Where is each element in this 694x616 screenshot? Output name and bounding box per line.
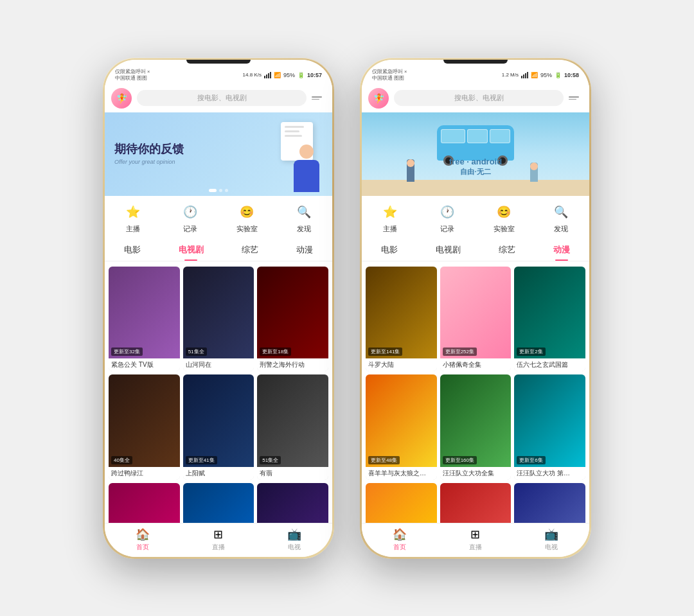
bottom-nav-item-直播[interactable]: ⊞ 直播 [212, 527, 225, 552]
card-badge: 51集全 [186, 348, 207, 356]
battery-level: 95% [283, 72, 295, 78]
nav-icon-1: ⊞ [213, 527, 223, 541]
quick-nav: ⭐ 主播 🕐 记录 😊 实验室 🔍 发现 [362, 196, 589, 238]
search-bar[interactable]: 搜电影、电视剧 [394, 90, 564, 106]
phone-left: 仅限紧急呼叫 × 中国联通 图图 14.8 K/s 📶 95% 🔋 10:57 … [103, 58, 334, 559]
tab-电视剧[interactable]: 电视剧 [429, 242, 467, 258]
card-background [366, 267, 437, 359]
content-card[interactable]: 更新至48集喜羊羊与灰太狼之… [366, 374, 437, 480]
banner[interactable]: 期待你的反馈 Offer your great opinion [105, 112, 332, 196]
tab-动漫[interactable]: 动漫 [290, 242, 319, 258]
banner[interactable]: free · android自由·无二 [362, 112, 589, 196]
tab-动漫[interactable]: 动漫 [547, 242, 576, 258]
content-card[interactable] [440, 483, 512, 522]
content-card[interactable]: 更新至2集伍六七之玄武国篇 [514, 267, 585, 372]
card-background [366, 483, 437, 522]
bottom-nav-item-电视[interactable]: 📺 电视 [287, 527, 301, 552]
bottom-nav-item-电视[interactable]: 📺 电视 [544, 527, 558, 552]
tab-综艺[interactable]: 综艺 [235, 242, 265, 258]
card-title: 喜羊羊与灰太狼之… [366, 467, 437, 480]
app-content: 🧚 搜电影、电视剧 [362, 84, 589, 523]
settings-icon[interactable] [312, 91, 326, 105]
content-card[interactable]: 更新至41集上阳赋 [183, 374, 254, 480]
content-card[interactable] [109, 483, 180, 522]
quick-nav-item-3[interactable]: 🔍 发现 [285, 202, 323, 234]
card-badge: 更新至252集 [443, 348, 477, 356]
status-carrier: 仅限紧急呼叫 × 中国联通 图图 [372, 69, 407, 82]
user-avatar[interactable]: 🧚 [368, 88, 389, 109]
quick-label-0: 主播 [383, 224, 397, 234]
status-bar: 仅限紧急呼叫 × 中国联通 图图 14.8 K/s 📶 95% 🔋 10:57 [105, 65, 332, 84]
card-thumbnail: 更新至252集 [440, 267, 512, 359]
feedback-banner: 期待你的反馈 Offer your great opinion [105, 112, 332, 196]
content-card[interactable] [183, 483, 254, 522]
card-thumbnail: 更新至160集 [440, 374, 512, 467]
card-background [109, 374, 180, 467]
quick-label-3: 发现 [554, 224, 568, 234]
status-indicators: 14.8 K/s 📶 95% 🔋 10:57 [243, 72, 322, 78]
phone-right: 仅限紧急呼叫 × 中国联通 图图 1.2 M/s 📶 95% 🔋 10:58 🧚… [360, 58, 591, 559]
quick-nav-item-1[interactable]: 🕐 记录 [171, 202, 209, 234]
card-thumbnail: 更新至32集 [109, 267, 180, 359]
app-content: 🧚 搜电影、电视剧 期待你的反馈 Offer your great opinio… [105, 84, 332, 523]
quick-nav-item-1[interactable]: 🕐 记录 [428, 202, 467, 234]
content-row-2: THE SILENCE [109, 483, 328, 522]
notch-area [362, 60, 589, 65]
camera-notch [186, 60, 251, 64]
settings-icon[interactable] [569, 91, 583, 105]
battery-level: 95% [540, 72, 552, 78]
card-background [440, 483, 512, 522]
card-title: 伍六七之玄武国篇 [514, 358, 585, 371]
quick-nav-item-2[interactable]: 😊 实验室 [227, 202, 266, 234]
content-card[interactable]: 51集全有翡 [257, 374, 328, 480]
quick-icon-2: 😊 [237, 202, 256, 222]
content-card[interactable]: 更新至160集汪汪队立大功全集 [440, 374, 512, 480]
bottom-nav-item-首页[interactable]: 🏠 首页 [136, 527, 150, 552]
content-card[interactable]: 40集全跨过鸭绿江 [109, 374, 180, 480]
card-badge: 更新至18集 [260, 348, 291, 356]
quick-label-2: 实验室 [494, 224, 515, 234]
status-carrier: 仅限紧急呼叫 × 中国联通 图图 [115, 69, 150, 82]
content-card[interactable]: 更新至252集小猪佩奇全集 [440, 267, 512, 372]
content-card[interactable]: 更新至32集紧急公关 TV版 [109, 267, 180, 372]
bottom-nav: 🏠 首页 ⊞ 直播 📺 电视 [105, 523, 332, 557]
bottom-nav: 🏠 首页 ⊞ 直播 📺 电视 [362, 523, 589, 557]
quick-label-1: 记录 [440, 224, 454, 234]
nav-label-1: 直播 [469, 543, 482, 552]
top-bar: 🧚 搜电影、电视剧 [105, 84, 332, 112]
quick-nav-item-3[interactable]: 🔍 发现 [542, 202, 580, 234]
category-tabs: 电影电视剧综艺动漫 [362, 238, 589, 261]
card-thumbnail: 更新至41集 [183, 374, 254, 467]
content-row-2: 超级小猪布布 [366, 483, 585, 522]
quick-label-1: 记录 [183, 224, 197, 234]
card-thumbnail: 40集全 [109, 374, 180, 467]
banner-figure [290, 145, 323, 196]
status-bar: 仅限紧急呼叫 × 中国联通 图图 1.2 M/s 📶 95% 🔋 10:58 [362, 65, 589, 84]
card-thumbnail: 更新至6集 [514, 374, 585, 467]
quick-nav-item-2[interactable]: 😊 实验室 [485, 202, 523, 234]
nav-label-0: 首页 [393, 543, 406, 552]
content-card[interactable]: 更新至6集汪汪队立大功 第… [514, 374, 585, 480]
card-background [183, 483, 254, 522]
card-background [440, 374, 512, 467]
content-card[interactable]: 更新至141集斗罗大陆 [366, 267, 437, 372]
quick-nav-item-0[interactable]: ⭐ 主播 [114, 202, 152, 234]
user-avatar[interactable]: 🧚 [111, 88, 132, 109]
quick-nav-item-0[interactable]: ⭐ 主播 [371, 202, 409, 234]
tab-电影[interactable]: 电影 [375, 242, 404, 258]
content-card[interactable]: 更新至18集刑警之海外行动 [257, 267, 328, 372]
tab-综艺[interactable]: 综艺 [492, 242, 522, 258]
network-speed: 14.8 K/s [243, 72, 262, 78]
card-badge: 更新至6集 [517, 456, 545, 464]
search-bar[interactable]: 搜电影、电视剧 [137, 90, 307, 106]
content-card[interactable]: 超级小猪布布 [514, 483, 585, 522]
tab-电视剧[interactable]: 电视剧 [172, 242, 210, 258]
content-card[interactable]: THE SILENCE [257, 483, 328, 522]
bottom-nav-item-直播[interactable]: ⊞ 直播 [469, 527, 482, 552]
bottom-nav-item-首页[interactable]: 🏠 首页 [393, 527, 407, 552]
content-card[interactable] [366, 483, 437, 522]
quick-icon-1: 🕐 [181, 202, 200, 222]
tab-电影[interactable]: 电影 [118, 242, 147, 258]
card-badge: 更新至160集 [443, 456, 477, 464]
content-card[interactable]: 51集全山河同在 [183, 267, 254, 372]
